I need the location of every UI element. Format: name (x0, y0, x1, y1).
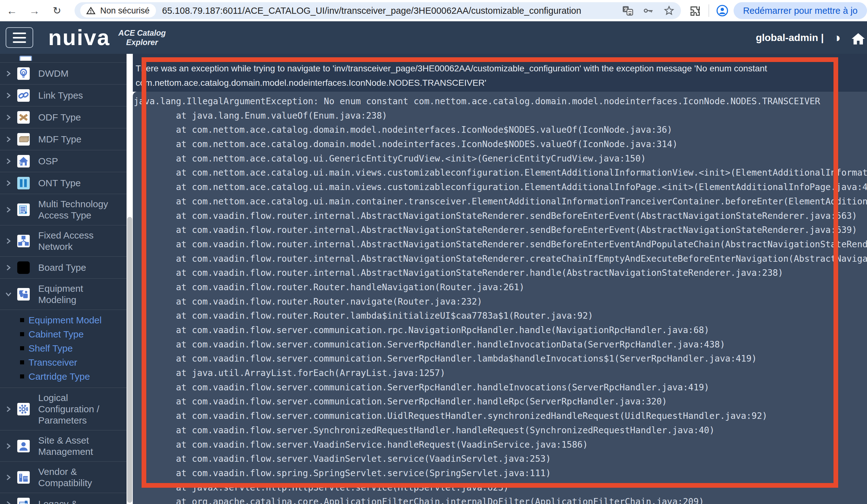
puzzle-icon (17, 288, 30, 301)
chevron-right-icon[interactable] (4, 264, 12, 272)
sidebar-item-vendor-compatibility[interactable]: Vendor & Compatibility (0, 462, 127, 493)
chevron-right-icon[interactable] (4, 113, 12, 121)
url-text[interactable]: 65.108.79.187:6011/ACE_CATALOG_UI/inv/tr… (162, 6, 617, 16)
sidebar-subitem-label: Equipment Model (29, 315, 101, 326)
sidebar-item-mdf-type[interactable]: MDF Type (0, 128, 127, 150)
sidebar-subitem-label: Shelf Type (29, 343, 73, 354)
sidebar-item-osp[interactable]: OSP (0, 150, 127, 172)
sidebar-item-board-type[interactable]: Board Type (0, 257, 127, 278)
star-icon[interactable] (663, 4, 675, 17)
house-icon (17, 155, 30, 168)
sidebar-navigation: DWDMLink TypesODF TypeMDF TypeOSPONT Typ… (0, 54, 127, 504)
contrast-toggle-icon[interactable]: ◑ (833, 31, 841, 44)
sidebar-subitem-transceiver[interactable]: Transceiver (0, 355, 127, 369)
stack-trace-line: at com.nettom.ace.catalog.domain.model.n… (134, 137, 867, 152)
stack-trace-line: at com.vaadin.flow.server.communication.… (134, 323, 867, 338)
translate-icon[interactable] (621, 4, 634, 17)
chevron-right-icon[interactable] (4, 206, 12, 214)
sidebar-subitem-cabinet-type[interactable]: Cabinet Type (0, 327, 127, 341)
sidebar-item-label: DWDM (38, 68, 124, 79)
stack-trace-line: at com.nettom.ace.catalog.domain.model.n… (134, 123, 867, 137)
sidebar-subitems: Equipment ModelCabinet TypeShelf TypeTra… (0, 310, 127, 388)
sidebar-scrollbar-track[interactable] (127, 54, 133, 504)
chevron-right-icon[interactable] (4, 69, 12, 78)
chevron-right-icon[interactable] (4, 179, 12, 187)
stack-trace-line: at com.vaadin.flow.router.internal.Abstr… (134, 266, 867, 280)
bullet-square-icon (20, 318, 24, 322)
app-title: ACE Catalog Explorer (118, 28, 166, 47)
buildings-icon (17, 471, 30, 484)
chevron-down-icon[interactable] (4, 290, 12, 298)
document-icon (17, 203, 30, 216)
sidebar-item-dwdm[interactable]: DWDM (0, 63, 127, 85)
back-arrow-icon[interactable]: ← (5, 4, 19, 18)
chevron-right-icon[interactable] (4, 91, 12, 100)
sidebar-subitem-equipment-model[interactable]: Equipment Model (0, 313, 127, 327)
profile-icon[interactable] (716, 4, 729, 17)
sidebar-subitem-shelf-type[interactable]: Shelf Type (0, 341, 127, 355)
chrome-update-button[interactable]: Redémarrer pour mettre à jo (734, 2, 867, 19)
sidebar-item-label: Vendor & Compatibility (38, 466, 124, 489)
hamburger-menu-button[interactable] (6, 27, 33, 48)
sidebar-item-link-types[interactable]: Link Types (0, 85, 127, 107)
navigation-error-banner: There was an exception while trying to n… (133, 54, 867, 92)
extensions-icon[interactable] (689, 4, 702, 17)
sidebar-item-label: Logical Configuration / Parameters (38, 392, 124, 426)
app-header: nuiva ACE Catalog Explorer global-admin … (0, 21, 867, 54)
stack-trace-line: at java.util.ArrayList.forEach(ArrayList… (134, 366, 867, 380)
stack-trace-line: at com.vaadin.flow.router.Router.lambda$… (134, 309, 867, 323)
sidebar-item-equipment-modeling[interactable]: Equipment Modeling (0, 278, 127, 310)
sidebar-item-odf-type[interactable]: ODF Type (0, 107, 127, 128)
link-icon (17, 89, 30, 102)
stack-trace-line: at com.vaadin.flow.server.communication.… (134, 380, 867, 395)
stack-trace-line: at com.vaadin.flow.server.VaadinService.… (134, 438, 867, 452)
chevron-right-icon[interactable] (4, 157, 12, 165)
stack-trace-line: at com.vaadin.flow.router.Router.navigat… (134, 295, 867, 309)
site-security-chip[interactable]: Non sécurisé (80, 4, 156, 18)
security-chip-label: Non sécurisé (100, 6, 150, 16)
chevron-right-icon[interactable] (4, 442, 12, 450)
bullet-square-icon (20, 332, 24, 336)
chevron-right-icon[interactable] (4, 135, 12, 143)
main-content: There was an exception while trying to n… (133, 54, 867, 504)
address-bar[interactable]: Non sécurisé 65.108.79.187:6011/ACE_CATA… (75, 2, 681, 19)
sidebar-subitem-cartridge-type[interactable]: Cartridge Type (0, 369, 127, 383)
stack-trace-line: at com.vaadin.flow.router.Router.handleN… (134, 280, 867, 295)
stack-trace-line: at com.vaadin.flow.router.internal.Abstr… (134, 223, 867, 237)
chevron-right-icon[interactable] (4, 237, 12, 245)
board-icon (17, 261, 30, 274)
partial-icon (19, 56, 32, 61)
forward-arrow-icon[interactable]: → (28, 4, 41, 18)
home-icon[interactable] (850, 31, 864, 44)
odf-cross-icon (17, 111, 30, 124)
sidebar-item-label: Equipment Modeling (38, 283, 124, 306)
stack-trace-line: at com.nettom.ace.catalog.ui.main.contai… (134, 194, 867, 209)
chevron-right-icon[interactable] (4, 500, 12, 504)
reload-icon[interactable]: ↻ (50, 4, 64, 18)
bullet-square-icon (20, 374, 24, 379)
sidebar-item-legacy[interactable]: Legacy & (0, 493, 127, 504)
sidebar-item-fixed-access-network[interactable]: Fixed Access Network (0, 226, 127, 257)
stack-trace-line: at com.vaadin.flow.server.communication.… (134, 409, 867, 423)
toolbar-separator (708, 4, 709, 17)
sidebar-item-ont-type[interactable]: ONT Type (0, 172, 127, 194)
error-banner-line: There was an exception while trying to n… (136, 61, 867, 76)
stack-trace-line: at com.vaadin.flow.spring.SpringServlet.… (134, 466, 867, 481)
sidebar-item-site-asset-management[interactable]: Site & Asset Management (0, 430, 127, 462)
screen: ← → ↻ Non sécurisé 65.108.79.187:6011/AC… (0, 0, 867, 504)
sidebar-item-logical-configuration-parameters[interactable]: Logical Configuration / Parameters (0, 388, 127, 430)
chevron-right-icon[interactable] (4, 405, 12, 413)
stack-trace-line: at com.vaadin.flow.server.communication.… (134, 338, 867, 352)
stack-trace-line: at org.apache.catalina.core.ApplicationF… (134, 495, 867, 504)
stack-trace-line: at com.nettom.ace.catalog.ui.main.views.… (134, 180, 867, 194)
chevron-right-icon[interactable] (4, 473, 12, 481)
stack-trace-line: at com.vaadin.flow.server.SynchronizedRe… (134, 423, 867, 438)
key-icon[interactable] (642, 4, 655, 17)
stack-trace-line: at com.vaadin.flow.server.communication.… (134, 352, 867, 366)
bullet-square-icon (20, 346, 24, 350)
browser-toolbar: ← → ↻ Non sécurisé 65.108.79.187:6011/AC… (0, 0, 867, 21)
sidebar-item-label: Multi Technology Access Type (38, 198, 124, 221)
sidebar-scrollbar-thumb[interactable] (127, 217, 132, 503)
sidebar-item-multi-technology-access-type[interactable]: Multi Technology Access Type (0, 194, 127, 226)
stack-trace-line: at com.vaadin.flow.router.internal.Abstr… (134, 252, 867, 266)
